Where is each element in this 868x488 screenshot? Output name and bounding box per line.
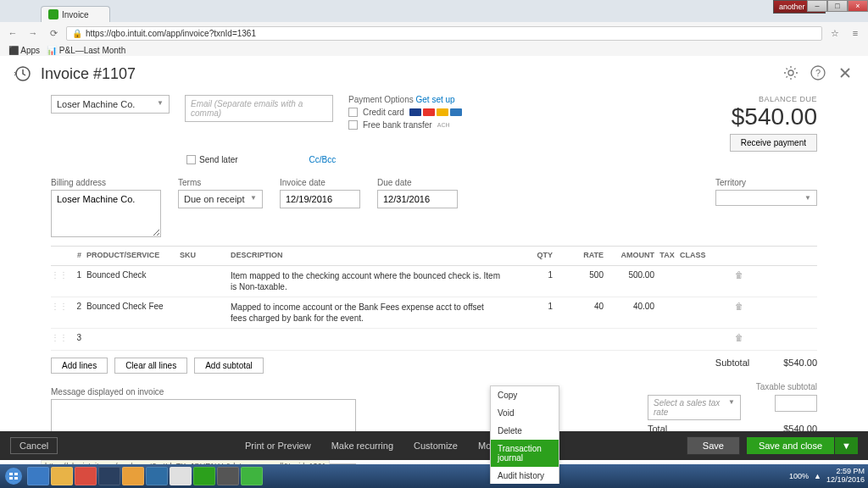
table-row[interactable]: ⋮⋮ 2 Bounced Check Fee Mapped to income … <box>51 297 817 329</box>
credit-card-checkbox[interactable] <box>348 108 358 117</box>
menu-icon[interactable]: ≡ <box>848 25 863 41</box>
territory-dropdown[interactable]: ▼ <box>715 190 817 206</box>
more-void[interactable]: Void <box>491 404 559 422</box>
clear-lines-button[interactable]: Clear all lines <box>114 358 187 374</box>
invoice-date-label: Invoice date <box>280 178 360 187</box>
invoice-date-input[interactable] <box>280 190 360 208</box>
more-menu: Copy Void Delete Transaction journal Aud… <box>490 385 559 484</box>
delete-row-icon[interactable]: 🗑 <box>731 270 748 280</box>
drag-handle-icon[interactable]: ⋮⋮ <box>51 270 68 280</box>
taxable-subtotal-label: Taxable subtotal <box>756 382 817 391</box>
bank-transfer-checkbox[interactable] <box>348 120 358 130</box>
tab-title: Invoice <box>62 10 89 19</box>
star-icon[interactable]: ☆ <box>827 25 843 41</box>
col-amount: AMOUNT <box>604 251 654 261</box>
pl-bookmark[interactable]: 📊 P&L—Last Month <box>47 46 125 55</box>
windows-taskbar: 100% ▲ 2:59 PM 12/19/2016 <box>0 464 868 484</box>
message-label: Message displayed on invoice <box>51 387 356 396</box>
taskbar-item[interactable] <box>75 467 97 484</box>
ccbcc-link[interactable]: Cc/Bcc <box>309 155 337 164</box>
email-input[interactable]: Email (Separate emails with a comma) <box>185 95 333 122</box>
taskbar-item[interactable] <box>170 467 192 484</box>
browser-chrome: Invoice ← → ⟳ 🔒 https://qbo.intuit.com/a… <box>0 0 868 44</box>
col-class: CLASS <box>680 251 731 261</box>
add-subtotal-button[interactable]: Add subtotal <box>194 358 264 374</box>
taskbar-item[interactable] <box>51 467 73 484</box>
taskbar-item[interactable] <box>146 467 168 484</box>
svg-text:?: ? <box>815 68 821 78</box>
taskbar-item[interactable] <box>241 467 263 484</box>
subtotal-value: $540.00 <box>783 358 817 368</box>
history-icon[interactable] <box>14 64 32 83</box>
save-dropdown-button[interactable]: ▼ <box>835 437 858 454</box>
get-setup-link[interactable]: Get set up <box>416 95 455 104</box>
subtotal-label: Subtotal <box>715 358 749 368</box>
billing-address-input[interactable]: Loser Machine Co. <box>51 190 161 237</box>
col-rate: RATE <box>553 251 604 261</box>
taskbar-item[interactable] <box>27 467 49 484</box>
help-icon[interactable]: ? <box>810 65 827 82</box>
add-lines-button[interactable]: Add lines <box>51 358 108 374</box>
system-clock[interactable]: 2:59 PM 12/19/2016 <box>826 468 865 484</box>
forward-button[interactable]: → <box>25 25 41 41</box>
minimize-button[interactable]: – <box>807 0 827 12</box>
more-delete[interactable]: Delete <box>491 422 559 440</box>
due-date-input[interactable] <box>377 190 458 208</box>
reload-button[interactable]: ⟳ <box>46 25 61 41</box>
save-button[interactable]: Save <box>687 436 740 455</box>
delete-row-icon[interactable]: 🗑 <box>731 302 748 311</box>
address-bar[interactable]: 🔒 https://qbo.intuit.com/app/invoice?txn… <box>66 26 822 41</box>
terms-dropdown[interactable]: Due on receipt▼ <box>178 190 263 208</box>
taskbar-item[interactable] <box>193 467 215 484</box>
print-preview-link[interactable]: Print or Preview <box>245 441 311 451</box>
payment-options-label: Payment Options <box>348 95 414 104</box>
close-icon[interactable] <box>837 65 854 82</box>
tray-icon[interactable]: ▲ <box>814 472 821 480</box>
line-items-table: # PRODUCT/SERVICE SKU DESCRIPTION QTY RA… <box>51 246 817 351</box>
tax-amount-input[interactable] <box>775 395 817 412</box>
tab-favicon <box>48 9 58 19</box>
browser-tab[interactable]: Invoice <box>41 6 110 22</box>
receive-payment-button[interactable]: Receive payment <box>730 134 817 152</box>
more-copy[interactable]: Copy <box>491 386 559 404</box>
make-recurring-link[interactable]: Make recurring <box>331 441 393 451</box>
table-row[interactable]: ⋮⋮ 1 Bounced Check Item mapped to the ch… <box>51 266 817 297</box>
drag-handle-icon[interactable]: ⋮⋮ <box>51 302 68 311</box>
customize-link[interactable]: Customize <box>414 441 458 451</box>
ach-badge: ACH <box>437 122 450 128</box>
start-button[interactable] <box>0 464 27 484</box>
delete-row-icon[interactable]: 🗑 <box>731 333 748 342</box>
page-title: Invoice #1107 <box>41 65 136 83</box>
balance-due-label: BALANCE DUE <box>730 95 817 103</box>
window-close-button[interactable]: × <box>848 0 868 12</box>
url-text: https://qbo.intuit.com/app/invoice?txnId… <box>86 29 256 38</box>
col-qty: QTY <box>510 251 553 261</box>
taskbar-item[interactable] <box>122 467 144 484</box>
more-audit-history[interactable]: Audit history <box>491 467 559 484</box>
credit-card-label: Credit card <box>363 108 404 117</box>
customer-dropdown[interactable]: Loser Machine Co.▼ <box>51 95 170 114</box>
send-later-checkbox[interactable] <box>186 155 196 164</box>
more-transaction-journal[interactable]: Transaction journal <box>491 440 559 467</box>
sales-tax-dropdown[interactable]: Select a sales tax rate▼ <box>648 395 741 420</box>
table-row[interactable]: ⋮⋮ 3 🗑 <box>51 329 817 351</box>
card-brand-icons <box>409 108 462 116</box>
back-button[interactable]: ← <box>5 25 20 41</box>
gear-icon[interactable] <box>783 65 800 82</box>
drag-handle-icon[interactable]: ⋮⋮ <box>51 333 68 342</box>
svg-point-4 <box>5 468 22 484</box>
action-bar: Cancel Print or Preview Make recurring C… <box>0 431 868 460</box>
balance-due-amount: $540.00 <box>730 103 817 130</box>
apps-bookmark[interactable]: ⬛ Apps <box>8 46 40 55</box>
maximize-button[interactable]: □ <box>827 0 848 12</box>
cancel-button[interactable]: Cancel <box>10 437 58 454</box>
save-and-close-button[interactable]: Save and close <box>747 437 834 454</box>
billing-address-label: Billing address <box>51 178 161 187</box>
network-indicator[interactable]: 100% <box>789 472 809 480</box>
chevron-down-icon: ▼ <box>157 99 164 109</box>
bank-transfer-label: Free bank transfer <box>363 120 432 130</box>
taskbar-item[interactable] <box>217 467 239 484</box>
col-num: # <box>68 251 86 261</box>
col-desc: DESCRIPTION <box>231 251 510 261</box>
taskbar-item[interactable] <box>98 467 120 484</box>
